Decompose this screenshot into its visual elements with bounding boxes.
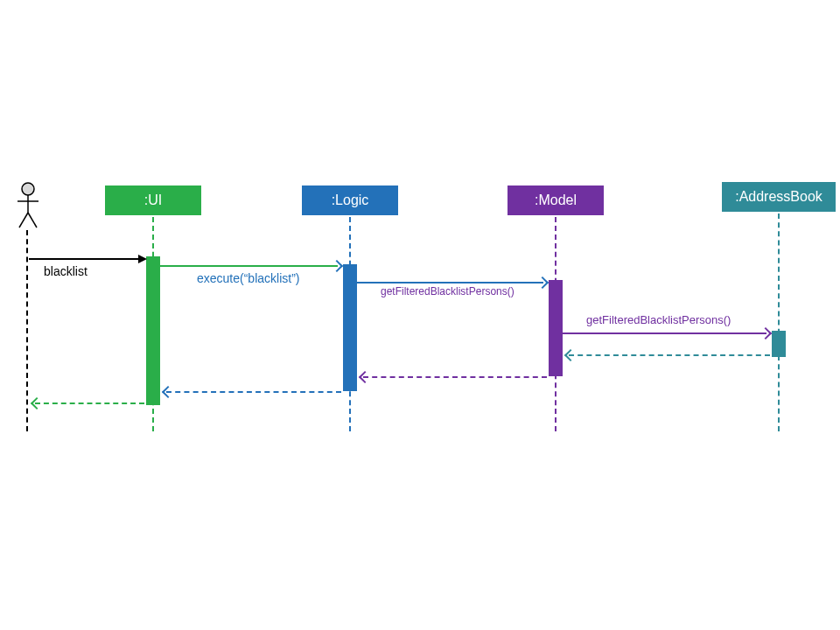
lifeline-ab-label: :AddressBook — [735, 189, 822, 204]
lifeline-addressbook: :AddressBook — [722, 182, 836, 212]
ret-logic-ui-arrow — [162, 386, 174, 398]
msg-execute-label: execute(“blacklist”) — [197, 271, 299, 285]
svg-line-3 — [19, 213, 28, 228]
svg-line-4 — [28, 213, 37, 228]
ab-lifeline — [778, 214, 780, 431]
msg-execute-arrow — [331, 260, 343, 272]
lifeline-logic: :Logic — [302, 186, 398, 215]
svg-point-0 — [22, 183, 34, 195]
msg-blacklist-line — [29, 258, 141, 260]
msg-blacklist-arrow — [138, 255, 147, 263]
msg-blacklist-label: blacklist — [44, 264, 88, 278]
lifeline-logic-label: :Logic — [332, 192, 369, 207]
lifeline-model-label: :Model — [535, 192, 577, 207]
ret-ab-model-line — [569, 354, 770, 356]
msg-getfiltered2-line — [563, 332, 766, 334]
msg-getfiltered2-label: getFilteredBlacklistPersons() — [586, 313, 731, 326]
ret-ui-actor-line — [35, 402, 144, 404]
activation-ui — [146, 256, 160, 405]
ret-ui-actor-arrow — [31, 397, 43, 410]
msg-getfiltered1-line — [357, 282, 543, 284]
lifeline-ui: :UI — [105, 186, 201, 215]
msg-execute-line — [160, 265, 338, 267]
msg-getfiltered1-arrow — [536, 276, 549, 289]
activation-logic — [343, 264, 357, 391]
ret-logic-ui-line — [166, 391, 341, 393]
ret-model-logic-arrow — [359, 371, 371, 383]
ret-model-logic-line — [363, 376, 547, 378]
lifeline-ui-label: :UI — [144, 192, 162, 207]
msg-getfiltered1-label: getFilteredBlacklistPersons() — [381, 285, 514, 298]
activation-ab — [772, 331, 786, 357]
lifeline-model: :Model — [508, 186, 604, 215]
ret-ab-model-arrow — [564, 349, 577, 361]
msg-getfiltered2-arrow — [760, 327, 772, 340]
activation-model — [549, 280, 563, 376]
actor-lifeline — [26, 230, 28, 431]
actor-user — [16, 182, 40, 234]
